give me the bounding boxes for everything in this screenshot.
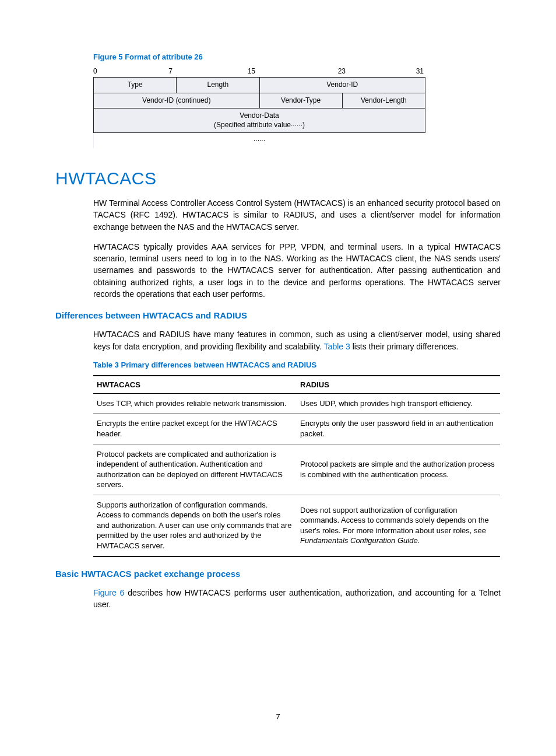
cell-radius: Protocol packets are simple and the auth…	[297, 444, 500, 495]
cell-hwtacacs: Encrypts the entire packet except for th…	[93, 414, 297, 444]
page-number: 7	[0, 712, 556, 721]
field-vendor-length: Vendor-Length	[342, 93, 425, 108]
cell-hwtacacs: Protocol packets are complicated and aut…	[93, 444, 297, 495]
table-row: Uses TCP, which provides reliable networ…	[93, 393, 500, 414]
cell-hwtacacs: Uses TCP, which provides reliable networ…	[93, 393, 297, 414]
subheading-packet-exchange: Basic HWTACACS packet exchange process	[55, 569, 501, 579]
bit-label: 15	[173, 67, 255, 75]
field-vendor-data: Vendor-Data (Specified attribute value··…	[94, 108, 425, 133]
paragraph: HWTACACS and RADIUS have many features i…	[93, 328, 501, 352]
bit-label: 7	[97, 67, 173, 75]
vendor-data-line2: (Specified attribute value······)	[214, 121, 305, 129]
packet-diagram: 0 7 15 23 31 Type Length Vendor-ID Vendo…	[93, 67, 425, 148]
paragraph: HW Terminal Access Controller Access Con…	[93, 197, 501, 233]
table-header: RADIUS	[297, 376, 500, 394]
subheading-differences: Differences between HWTACACS and RADIUS	[55, 310, 501, 320]
cell-radius: Uses UDP, which provides high transport …	[297, 393, 500, 414]
packet-format-table: Type Length Vendor-ID Vendor-ID (continu…	[93, 77, 425, 148]
table-header: HWTACACS	[93, 376, 297, 394]
vendor-data-line1: Vendor-Data	[240, 111, 279, 120]
field-vendor-type: Vendor-Type	[259, 93, 342, 108]
document-page: Figure 5 Format of attribute 26 0 7 15 2…	[0, 0, 556, 756]
field-type: Type	[94, 78, 177, 93]
section-heading-hwtacacs: HWTACACS	[55, 169, 501, 188]
table-row: Protocol packets are complicated and aut…	[93, 444, 500, 495]
link-table-3[interactable]: Table 3	[324, 342, 350, 351]
bit-scale: 0 7 15 23 31	[93, 67, 425, 75]
paragraph: Figure 6 describes how HWTACACS performs…	[93, 587, 501, 611]
table-row: Encrypts the entire packet except for th…	[93, 414, 500, 444]
cell-radius: Does not support authorization of config…	[297, 495, 500, 556]
field-vendor-id-continued: Vendor-ID (continued)	[94, 93, 260, 108]
cell-hwtacacs: Supports authorization of configuration …	[93, 495, 297, 556]
text: lists their primary differences.	[350, 342, 459, 351]
text-italic: Fundamentals Configuration Guide.	[300, 536, 420, 545]
field-dots: ······	[94, 133, 425, 148]
bit-label: 31	[346, 67, 424, 75]
paragraph: HWTACACS typically provides AAA services…	[93, 241, 501, 300]
table-row: Supports authorization of configuration …	[93, 495, 500, 556]
text: Does not support authorization of config…	[300, 506, 489, 535]
cell-radius: Encrypts only the user password field in…	[297, 414, 500, 444]
field-length: Length	[177, 78, 259, 93]
figure-caption: Figure 5 Format of attribute 26	[93, 52, 501, 61]
field-vendor-id: Vendor-ID	[259, 78, 425, 93]
link-figure-6[interactable]: Figure 6	[93, 588, 124, 597]
table-caption: Table 3 Primary differences between HWTA…	[93, 360, 501, 369]
bit-label: 23	[255, 67, 346, 75]
differences-table: HWTACACS RADIUS Uses TCP, which provides…	[93, 375, 500, 557]
text: describes how HWTACACS performs user aut…	[93, 588, 501, 609]
